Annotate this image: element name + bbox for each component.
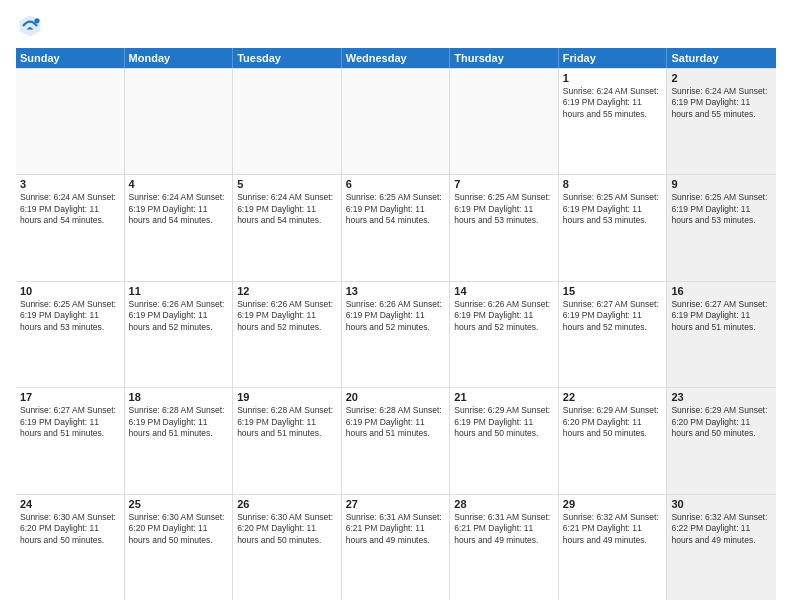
- cell-content: Sunrise: 6:24 AM Sunset: 6:19 PM Dayligh…: [129, 192, 229, 226]
- day-number: 18: [129, 391, 229, 403]
- day-number: 9: [671, 178, 772, 190]
- calendar-cell: 7Sunrise: 6:25 AM Sunset: 6:19 PM Daylig…: [450, 175, 559, 280]
- calendar-cell: 1Sunrise: 6:24 AM Sunset: 6:19 PM Daylig…: [559, 69, 668, 174]
- cell-content: Sunrise: 6:29 AM Sunset: 6:20 PM Dayligh…: [563, 405, 663, 439]
- day-number: 22: [563, 391, 663, 403]
- calendar-cell: 16Sunrise: 6:27 AM Sunset: 6:19 PM Dayli…: [667, 282, 776, 387]
- calendar-row-2: 3Sunrise: 6:24 AM Sunset: 6:19 PM Daylig…: [16, 174, 776, 280]
- calendar-cell: 26Sunrise: 6:30 AM Sunset: 6:20 PM Dayli…: [233, 495, 342, 600]
- calendar-cell: 5Sunrise: 6:24 AM Sunset: 6:19 PM Daylig…: [233, 175, 342, 280]
- header-day-sunday: Sunday: [16, 48, 125, 68]
- calendar-cell: 9Sunrise: 6:25 AM Sunset: 6:19 PM Daylig…: [667, 175, 776, 280]
- day-number: 19: [237, 391, 337, 403]
- calendar-body: 1Sunrise: 6:24 AM Sunset: 6:19 PM Daylig…: [16, 68, 776, 600]
- calendar-page: SundayMondayTuesdayWednesdayThursdayFrid…: [0, 0, 792, 612]
- calendar-cell: 18Sunrise: 6:28 AM Sunset: 6:19 PM Dayli…: [125, 388, 234, 493]
- calendar-cell: [16, 69, 125, 174]
- page-header: [16, 12, 776, 40]
- header-day-friday: Friday: [559, 48, 668, 68]
- header-day-thursday: Thursday: [450, 48, 559, 68]
- calendar-cell: 10Sunrise: 6:25 AM Sunset: 6:19 PM Dayli…: [16, 282, 125, 387]
- cell-content: Sunrise: 6:25 AM Sunset: 6:19 PM Dayligh…: [563, 192, 663, 226]
- day-number: 10: [20, 285, 120, 297]
- calendar-cell: 22Sunrise: 6:29 AM Sunset: 6:20 PM Dayli…: [559, 388, 668, 493]
- cell-content: Sunrise: 6:27 AM Sunset: 6:19 PM Dayligh…: [563, 299, 663, 333]
- calendar-cell: [233, 69, 342, 174]
- calendar-cell: 25Sunrise: 6:30 AM Sunset: 6:20 PM Dayli…: [125, 495, 234, 600]
- day-number: 4: [129, 178, 229, 190]
- calendar-cell: [342, 69, 451, 174]
- cell-content: Sunrise: 6:29 AM Sunset: 6:19 PM Dayligh…: [454, 405, 554, 439]
- day-number: 14: [454, 285, 554, 297]
- svg-point-1: [34, 18, 39, 23]
- cell-content: Sunrise: 6:25 AM Sunset: 6:19 PM Dayligh…: [346, 192, 446, 226]
- cell-content: Sunrise: 6:32 AM Sunset: 6:21 PM Dayligh…: [563, 512, 663, 546]
- calendar-header: SundayMondayTuesdayWednesdayThursdayFrid…: [16, 48, 776, 68]
- day-number: 2: [671, 72, 772, 84]
- day-number: 25: [129, 498, 229, 510]
- calendar-cell: 24Sunrise: 6:30 AM Sunset: 6:20 PM Dayli…: [16, 495, 125, 600]
- calendar-row-3: 10Sunrise: 6:25 AM Sunset: 6:19 PM Dayli…: [16, 281, 776, 387]
- day-number: 16: [671, 285, 772, 297]
- calendar-cell: 4Sunrise: 6:24 AM Sunset: 6:19 PM Daylig…: [125, 175, 234, 280]
- day-number: 24: [20, 498, 120, 510]
- calendar-cell: 19Sunrise: 6:28 AM Sunset: 6:19 PM Dayli…: [233, 388, 342, 493]
- header-day-tuesday: Tuesday: [233, 48, 342, 68]
- cell-content: Sunrise: 6:29 AM Sunset: 6:20 PM Dayligh…: [671, 405, 772, 439]
- calendar-cell: 12Sunrise: 6:26 AM Sunset: 6:19 PM Dayli…: [233, 282, 342, 387]
- calendar-cell: 17Sunrise: 6:27 AM Sunset: 6:19 PM Dayli…: [16, 388, 125, 493]
- logo-icon: [16, 12, 44, 40]
- cell-content: Sunrise: 6:25 AM Sunset: 6:19 PM Dayligh…: [454, 192, 554, 226]
- day-number: 27: [346, 498, 446, 510]
- calendar-cell: 2Sunrise: 6:24 AM Sunset: 6:19 PM Daylig…: [667, 69, 776, 174]
- day-number: 8: [563, 178, 663, 190]
- calendar-cell: 30Sunrise: 6:32 AM Sunset: 6:22 PM Dayli…: [667, 495, 776, 600]
- day-number: 7: [454, 178, 554, 190]
- day-number: 26: [237, 498, 337, 510]
- cell-content: Sunrise: 6:28 AM Sunset: 6:19 PM Dayligh…: [129, 405, 229, 439]
- cell-content: Sunrise: 6:27 AM Sunset: 6:19 PM Dayligh…: [671, 299, 772, 333]
- calendar-cell: [450, 69, 559, 174]
- cell-content: Sunrise: 6:30 AM Sunset: 6:20 PM Dayligh…: [20, 512, 120, 546]
- calendar-cell: 13Sunrise: 6:26 AM Sunset: 6:19 PM Dayli…: [342, 282, 451, 387]
- cell-content: Sunrise: 6:28 AM Sunset: 6:19 PM Dayligh…: [237, 405, 337, 439]
- day-number: 6: [346, 178, 446, 190]
- day-number: 21: [454, 391, 554, 403]
- calendar-row-5: 24Sunrise: 6:30 AM Sunset: 6:20 PM Dayli…: [16, 494, 776, 600]
- calendar-cell: [125, 69, 234, 174]
- day-number: 11: [129, 285, 229, 297]
- cell-content: Sunrise: 6:28 AM Sunset: 6:19 PM Dayligh…: [346, 405, 446, 439]
- cell-content: Sunrise: 6:30 AM Sunset: 6:20 PM Dayligh…: [237, 512, 337, 546]
- calendar-cell: 23Sunrise: 6:29 AM Sunset: 6:20 PM Dayli…: [667, 388, 776, 493]
- cell-content: Sunrise: 6:27 AM Sunset: 6:19 PM Dayligh…: [20, 405, 120, 439]
- day-number: 3: [20, 178, 120, 190]
- cell-content: Sunrise: 6:31 AM Sunset: 6:21 PM Dayligh…: [454, 512, 554, 546]
- cell-content: Sunrise: 6:24 AM Sunset: 6:19 PM Dayligh…: [20, 192, 120, 226]
- cell-content: Sunrise: 6:32 AM Sunset: 6:22 PM Dayligh…: [671, 512, 772, 546]
- calendar-cell: 6Sunrise: 6:25 AM Sunset: 6:19 PM Daylig…: [342, 175, 451, 280]
- calendar-cell: 11Sunrise: 6:26 AM Sunset: 6:19 PM Dayli…: [125, 282, 234, 387]
- day-number: 15: [563, 285, 663, 297]
- logo: [16, 12, 48, 40]
- calendar-cell: 21Sunrise: 6:29 AM Sunset: 6:19 PM Dayli…: [450, 388, 559, 493]
- day-number: 30: [671, 498, 772, 510]
- calendar-row-4: 17Sunrise: 6:27 AM Sunset: 6:19 PM Dayli…: [16, 387, 776, 493]
- cell-content: Sunrise: 6:26 AM Sunset: 6:19 PM Dayligh…: [454, 299, 554, 333]
- day-number: 5: [237, 178, 337, 190]
- cell-content: Sunrise: 6:24 AM Sunset: 6:19 PM Dayligh…: [237, 192, 337, 226]
- cell-content: Sunrise: 6:25 AM Sunset: 6:19 PM Dayligh…: [671, 192, 772, 226]
- day-number: 12: [237, 285, 337, 297]
- day-number: 1: [563, 72, 663, 84]
- calendar-cell: 8Sunrise: 6:25 AM Sunset: 6:19 PM Daylig…: [559, 175, 668, 280]
- day-number: 20: [346, 391, 446, 403]
- cell-content: Sunrise: 6:26 AM Sunset: 6:19 PM Dayligh…: [129, 299, 229, 333]
- header-day-saturday: Saturday: [667, 48, 776, 68]
- cell-content: Sunrise: 6:24 AM Sunset: 6:19 PM Dayligh…: [671, 86, 772, 120]
- calendar-cell: 3Sunrise: 6:24 AM Sunset: 6:19 PM Daylig…: [16, 175, 125, 280]
- calendar-cell: 20Sunrise: 6:28 AM Sunset: 6:19 PM Dayli…: [342, 388, 451, 493]
- calendar-cell: 15Sunrise: 6:27 AM Sunset: 6:19 PM Dayli…: [559, 282, 668, 387]
- header-day-monday: Monday: [125, 48, 234, 68]
- cell-content: Sunrise: 6:26 AM Sunset: 6:19 PM Dayligh…: [346, 299, 446, 333]
- header-day-wednesday: Wednesday: [342, 48, 451, 68]
- day-number: 23: [671, 391, 772, 403]
